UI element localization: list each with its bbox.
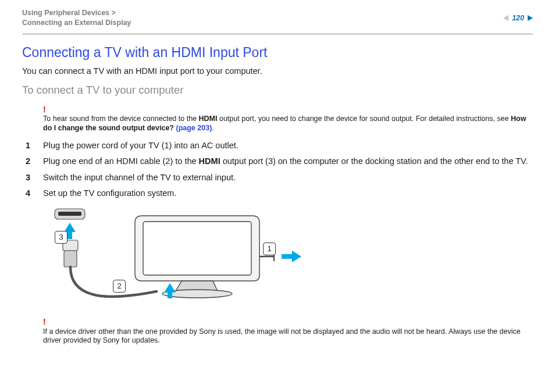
svg-rect-1 xyxy=(58,212,81,216)
page-title: Connecting a TV with an HDMI Input Port xyxy=(22,45,533,60)
breadcrumb-line-2[interactable]: Connecting an External Display xyxy=(22,19,131,27)
warning-icon: ! xyxy=(43,317,46,326)
page-header: Using Peripheral Devices > Connecting an… xyxy=(0,0,555,31)
steps-list: Plug the power cord of your TV (1) into … xyxy=(22,140,533,199)
section-subtitle: To connect a TV to your computer xyxy=(22,84,533,97)
next-page-icon[interactable] xyxy=(528,15,533,21)
step-2: Plug one end of an HDMI cable (2) to the… xyxy=(22,156,533,168)
intro-paragraph: You can connect a TV with an HDMI input … xyxy=(22,66,533,76)
svg-rect-5 xyxy=(64,251,77,267)
svg-marker-8 xyxy=(164,283,176,293)
callout-2: 2 xyxy=(113,280,126,293)
connection-diagram: 3 2 1 xyxy=(43,205,311,310)
breadcrumb: Using Peripheral Devices > Connecting an… xyxy=(22,8,131,28)
step-1: Plug the power cord of your TV (1) into … xyxy=(22,140,533,152)
page-number: 120 xyxy=(512,14,524,22)
prev-page-icon[interactable] xyxy=(503,15,508,21)
arrow-right-outlet-icon xyxy=(282,251,301,262)
svg-rect-6 xyxy=(143,222,251,275)
svg-rect-3 xyxy=(67,232,72,239)
note-bottom-text: If a device driver other than the one pr… xyxy=(43,327,521,345)
breadcrumb-line-1[interactable]: Using Peripheral Devices > xyxy=(22,9,116,17)
note-bottom: ! If a device driver other than the one … xyxy=(43,317,533,345)
step-3: Switch the input channel of the TV to ex… xyxy=(22,172,533,184)
page-link-203[interactable]: (page 203) xyxy=(176,124,212,132)
content-area: Connecting a TV with an HDMI Input Port … xyxy=(0,34,555,345)
svg-rect-10 xyxy=(282,254,292,259)
tv-icon xyxy=(135,216,259,298)
svg-rect-9 xyxy=(168,293,172,298)
step-4: Set up the TV configuration system. xyxy=(22,188,533,199)
callout-3: 3 xyxy=(55,231,67,244)
warning-icon: ! xyxy=(43,105,46,114)
callout-1: 1 xyxy=(263,243,276,255)
note-text: To hear sound from the device connected … xyxy=(43,115,526,132)
note-top: ! To hear sound from the device connecte… xyxy=(43,105,533,133)
hdmi-plug-icon xyxy=(63,240,78,267)
page-nav: 120 xyxy=(503,14,533,22)
svg-marker-11 xyxy=(292,251,301,262)
hdmi-port-icon xyxy=(55,209,85,219)
